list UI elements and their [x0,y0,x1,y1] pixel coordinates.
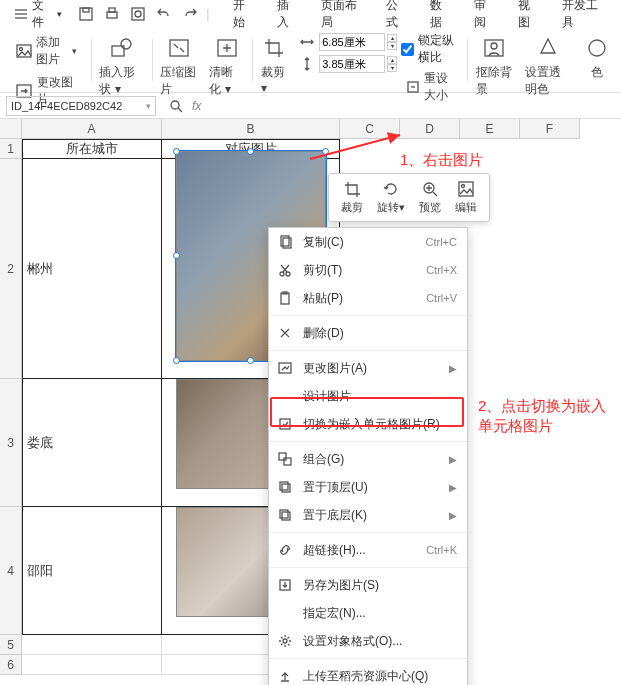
ctx-upload[interactable]: 上传至稻壳资源中心(Q) [269,662,467,685]
ft-crop[interactable]: 裁剪 [335,178,369,217]
height-input[interactable] [319,55,385,73]
chevron-right-icon: ▶ [449,454,457,465]
clarity-button[interactable]: 清晰化 ▾ [205,32,248,100]
cell[interactable]: 所在城市 [22,139,162,159]
image-icon [16,41,32,61]
col-header[interactable]: A [22,119,162,139]
height-icon [297,54,317,74]
hamburger-icon [14,8,28,20]
tab-dev[interactable]: 开发工具 [552,0,616,35]
lock-ratio-checkbox[interactable]: 锁定纵横比 [401,32,463,66]
height-up[interactable]: ▴ [387,56,397,64]
svg-rect-31 [279,363,291,373]
row-header[interactable]: 4 [0,507,22,635]
paste-icon [277,290,293,306]
tab-formula[interactable]: 公式 [376,0,418,35]
ctx-change-pic[interactable]: 更改图片(A)▶ [269,354,467,382]
ctx-send-back[interactable]: 置于底层(K)▶ [269,501,467,529]
crop-icon [343,180,361,198]
row-header[interactable]: 6 [0,655,22,675]
alpha-icon [534,34,562,62]
ctx-convert-embed[interactable]: 切换为嵌入单元格图片(R) [269,410,467,438]
col-header[interactable]: B [162,119,340,139]
ft-rotate[interactable]: 旋转▾ [371,178,411,217]
remove-bg-icon [480,34,508,62]
crop-button[interactable]: 裁剪 ▾ [257,32,293,97]
select-all-corner[interactable] [0,119,22,139]
bring-front-icon [277,479,293,495]
ctx-format-object[interactable]: 设置对象格式(O)... [269,627,467,655]
row-header[interactable]: 1 [0,139,22,159]
svg-point-24 [462,185,465,188]
qat-redo-icon[interactable] [180,4,200,24]
svg-point-13 [121,39,131,49]
chevron-right-icon: ▶ [449,510,457,521]
col-header[interactable]: E [460,119,520,139]
image-swap-icon [277,360,293,376]
qat-undo-icon[interactable] [154,4,174,24]
set-alpha-button[interactable]: 设置透明色 [521,32,575,100]
svg-rect-4 [83,8,89,12]
name-box[interactable]: ID_14F4ECED892C42▾ [6,96,156,116]
row-header[interactable]: 3 [0,379,22,507]
ctx-group[interactable]: 组合(G)▶ [269,445,467,473]
tab-start[interactable]: 开始 [223,0,265,35]
svg-rect-23 [459,182,473,196]
tab-layout[interactable]: 页面布局 [311,0,375,35]
svg-rect-5 [107,12,117,18]
svg-point-40 [283,639,287,643]
tab-view[interactable]: 视图 [508,0,550,35]
ctx-assign-macro[interactable]: 指定宏(N)... [269,599,467,627]
cell[interactable]: 邵阳 [22,507,162,635]
color-button[interactable]: 色 [579,32,615,83]
row-header[interactable]: 5 [0,635,22,655]
formula-bar[interactable]: fx [166,96,201,116]
cell[interactable] [22,655,162,675]
cell[interactable]: 郴州 [22,159,162,379]
svg-rect-7 [132,8,144,20]
ctx-paste[interactable]: 粘贴(P)Ctrl+V [269,284,467,312]
ft-edit[interactable]: 编辑 [449,178,483,217]
ctx-design-pic[interactable]: 设计图片 [269,382,467,410]
remove-bg-button[interactable]: 抠除背景 [472,32,517,100]
row-header[interactable]: 2 [0,159,22,379]
ctx-delete[interactable]: 删除(D) [269,319,467,347]
qat-print-icon[interactable] [102,4,122,24]
ctx-cut[interactable]: 剪切(T)Ctrl+X [269,256,467,284]
width-down[interactable]: ▾ [387,42,397,50]
col-header[interactable]: C [340,119,400,139]
ctx-hyperlink[interactable]: 超链接(H)...Ctrl+K [269,536,467,564]
width-up[interactable]: ▴ [387,34,397,42]
width-icon [297,32,317,52]
qat-save-icon[interactable] [76,4,96,24]
tab-review[interactable]: 审阅 [464,0,506,35]
cell[interactable] [22,635,162,655]
ctx-copy[interactable]: 复制(C)Ctrl+C [269,228,467,256]
zoom-in-icon [421,180,439,198]
height-down[interactable]: ▾ [387,64,397,72]
svg-point-28 [286,272,290,276]
col-header[interactable]: F [520,119,580,139]
file-menu[interactable]: 文件 ▾ [6,2,70,26]
svg-point-8 [135,11,141,17]
svg-rect-32 [280,419,290,429]
tab-data[interactable]: 数据 [420,0,462,35]
qat-preview-icon[interactable] [128,4,148,24]
ctx-save-as[interactable]: 另存为图片(S) [269,571,467,599]
width-input[interactable] [319,33,385,51]
ft-preview[interactable]: 预览 [413,178,447,217]
col-header[interactable]: D [400,119,460,139]
reset-size-button[interactable]: 重设大小 [401,68,463,106]
insert-shape-button[interactable]: 插入形状 ▾ [95,32,147,100]
ctx-bring-front[interactable]: 置于顶层(U)▶ [269,473,467,501]
svg-line-21 [178,108,182,112]
gear-icon [277,633,293,649]
add-picture-button[interactable]: 添加图片▾ [12,32,81,70]
svg-rect-14 [170,40,188,56]
search-icon [166,96,186,116]
cell[interactable]: 娄底 [22,379,162,507]
svg-rect-38 [282,512,290,520]
compress-button[interactable]: 压缩图片 [156,32,201,100]
tab-insert[interactable]: 插入 [267,0,309,35]
rotate-icon [382,180,400,198]
